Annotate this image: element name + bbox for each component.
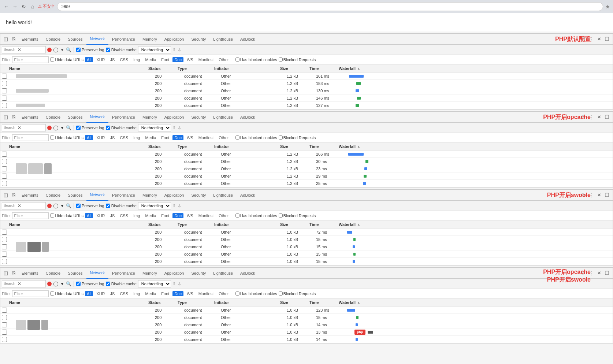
- close-icon-3[interactable]: ✕: [595, 191, 603, 199]
- table-row[interactable]: 200 document Other 1.0 kB 14 ms: [0, 336, 613, 343]
- tab-lighthouse-2[interactable]: Lighthouse: [209, 112, 237, 123]
- table-row[interactable]: 200 document Other 1.2 kB 146 ms: [0, 94, 613, 102]
- tab-network-4[interactable]: Network: [86, 268, 108, 279]
- filter-icon-3[interactable]: ▼: [60, 203, 64, 208]
- clear-button-3[interactable]: ◯: [53, 203, 59, 208]
- preserve-log-checkbox-1[interactable]: [76, 48, 81, 52]
- tab-security-3[interactable]: Security: [187, 190, 209, 201]
- filter-js-2[interactable]: JS: [108, 135, 117, 140]
- tab-memory-1[interactable]: Memory: [139, 34, 161, 45]
- throttle-select-4[interactable]: No throttling: [138, 280, 171, 287]
- filter-doc-1[interactable]: Doc: [172, 57, 183, 62]
- undock-icon-1[interactable]: ❐: [603, 35, 611, 43]
- filter-input-2[interactable]: [12, 134, 49, 141]
- tab-sources-3[interactable]: Sources: [64, 190, 86, 201]
- filter-font-1[interactable]: Font: [159, 57, 171, 62]
- tab-elements-1[interactable]: Elements: [18, 34, 42, 45]
- search-icon-1[interactable]: 🔍: [66, 47, 71, 52]
- dock-icon-3[interactable]: ◫: [2, 191, 10, 199]
- tab-adblock-1[interactable]: AdBlock: [237, 34, 259, 45]
- tab-sources-4[interactable]: Sources: [64, 268, 86, 279]
- has-blocked-cookies-1[interactable]: Has blocked cookies: [235, 57, 277, 62]
- disable-cache-label-4[interactable]: Disable cache: [106, 282, 137, 286]
- table-row[interactable]: 200 document Other 1.2 kB 23 ms: [0, 165, 613, 172]
- disable-cache-checkbox-2[interactable]: [106, 126, 110, 130]
- record-button-3[interactable]: [47, 204, 52, 208]
- close-icon-2[interactable]: ✕: [595, 113, 603, 121]
- tab-security-4[interactable]: Security: [187, 268, 209, 279]
- tab-console-1[interactable]: Console: [42, 34, 64, 45]
- table-row[interactable]: 200 document Other 1.0 kB 15 ms: [0, 258, 613, 265]
- tab-application-3[interactable]: Application: [161, 190, 188, 201]
- tab-elements-2[interactable]: Elements: [18, 112, 42, 123]
- tab-lighthouse-3[interactable]: Lighthouse: [209, 190, 237, 201]
- row-check[interactable]: [2, 96, 7, 101]
- filter-media-1[interactable]: Media: [143, 57, 158, 62]
- tab-console-3[interactable]: Console: [42, 190, 64, 201]
- tab-application-4[interactable]: Application: [161, 268, 188, 279]
- preserve-log-label-2[interactable]: Preserve log: [76, 126, 104, 130]
- preserve-log-label-4[interactable]: Preserve log: [76, 282, 104, 286]
- disable-cache-checkbox-1[interactable]: [106, 48, 110, 52]
- filter-other-2[interactable]: Other: [217, 135, 231, 140]
- filter-font-2[interactable]: Font: [159, 135, 171, 140]
- throttle-select-3[interactable]: No throttling: [138, 202, 171, 209]
- preserve-log-label-3[interactable]: Preserve log: [76, 204, 104, 208]
- filter-ws-2[interactable]: WS: [185, 135, 195, 140]
- filter-icon-1[interactable]: ▼: [60, 47, 64, 52]
- record-button-2[interactable]: [47, 126, 52, 130]
- row-check[interactable]: [2, 81, 7, 86]
- filter-js-1[interactable]: JS: [108, 57, 117, 62]
- address-bar[interactable]: :999: [57, 2, 603, 11]
- search-box-2[interactable]: Search ✕: [2, 124, 46, 131]
- forward-button[interactable]: →: [12, 3, 18, 10]
- filter-css-1[interactable]: CSS: [118, 57, 130, 62]
- download-icon-4[interactable]: ⇩: [178, 281, 181, 286]
- tab-network-1[interactable]: Network: [86, 34, 108, 45]
- table-row[interactable]: 200 document Other 1.0 kB 72 ms: [0, 229, 613, 236]
- filter-manifest-2[interactable]: Manifest: [197, 135, 216, 140]
- filter-ws-1[interactable]: WS: [185, 57, 195, 62]
- tab-adblock-3[interactable]: AdBlock: [237, 190, 259, 201]
- tab-console-4[interactable]: Console: [42, 268, 64, 279]
- search-icon-4[interactable]: 🔍: [66, 281, 71, 286]
- filter-icon-4[interactable]: ▼: [60, 281, 64, 286]
- upload-icon-3[interactable]: ⇧: [172, 203, 176, 208]
- filter-doc-2[interactable]: Doc: [172, 135, 183, 140]
- filter-all-2[interactable]: All: [85, 135, 93, 140]
- row-check[interactable]: [2, 74, 7, 79]
- undock-icon-4[interactable]: ❐: [603, 269, 611, 277]
- tab-security-1[interactable]: Security: [187, 34, 209, 45]
- table-row[interactable]: 200 document Other 1.2 kB 266 ms: [0, 151, 613, 158]
- filter-css-2[interactable]: CSS: [118, 135, 130, 140]
- tab-lighthouse-1[interactable]: Lighthouse: [209, 34, 237, 45]
- search-close-4[interactable]: ✕: [16, 281, 23, 287]
- tab-memory-3[interactable]: Memory: [139, 190, 161, 201]
- star-icon[interactable]: ★: [605, 4, 610, 10]
- tab-sources-2[interactable]: Sources: [64, 112, 86, 123]
- tab-application-2[interactable]: Application: [161, 112, 188, 123]
- search-icon-2[interactable]: 🔍: [66, 125, 71, 130]
- dock-icon-2[interactable]: ◫: [2, 113, 10, 121]
- record-button-4[interactable]: [47, 282, 52, 286]
- mobile-icon-3[interactable]: ⎘: [10, 191, 18, 199]
- tab-console-2[interactable]: Console: [42, 112, 64, 123]
- tab-network-2[interactable]: Network: [86, 112, 108, 123]
- throttle-select-1[interactable]: No throttling: [138, 46, 171, 53]
- upload-icon-1[interactable]: ⇧: [172, 47, 176, 52]
- download-icon-3[interactable]: ⇩: [178, 203, 181, 208]
- filter-img-1[interactable]: Img: [131, 57, 142, 62]
- throttle-select-2[interactable]: No throttling: [138, 124, 171, 131]
- table-row[interactable]: 200 document Other 1.2 kB 25 ms: [0, 180, 613, 187]
- filter-all-1[interactable]: All: [85, 57, 93, 62]
- filter-input-4[interactable]: [12, 290, 49, 297]
- tab-elements-3[interactable]: Elements: [18, 190, 42, 201]
- table-row[interactable]: 200 document Other 1.2 kB 153 ms: [0, 80, 613, 87]
- tab-performance-2[interactable]: Performance: [108, 112, 139, 123]
- table-row[interactable]: 200 document Other 1.2 kB 161 ms: [0, 73, 613, 80]
- tab-memory-4[interactable]: Memory: [139, 268, 161, 279]
- tab-network-3[interactable]: Network: [86, 190, 108, 201]
- download-icon-1[interactable]: ⇩: [178, 47, 181, 52]
- disable-cache-label-2[interactable]: Disable cache: [106, 126, 137, 130]
- clear-button-1[interactable]: ◯: [53, 47, 59, 52]
